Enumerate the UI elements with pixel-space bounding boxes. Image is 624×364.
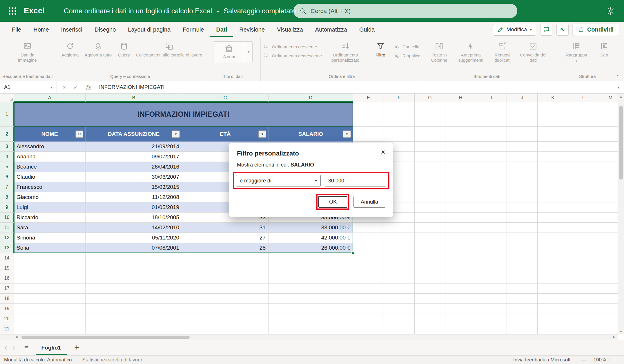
fill-handle[interactable]	[351, 251, 355, 255]
scroll-left-icon[interactable]: ◀	[15, 335, 17, 339]
insert-function-icon[interactable]: fx	[86, 84, 91, 91]
cell-J21[interactable]	[507, 324, 538, 334]
settings-button[interactable]	[605, 5, 616, 17]
next-sheet-icon[interactable]: ›	[12, 344, 15, 352]
cell-C15[interactable]	[182, 263, 269, 273]
row-header-8[interactable]: 8	[0, 192, 14, 202]
cell-I20[interactable]	[476, 314, 507, 324]
cell-L15[interactable]	[568, 263, 599, 273]
cell-H15[interactable]	[445, 263, 476, 273]
cell-G18[interactable]	[415, 294, 445, 304]
cell-G2[interactable]	[415, 127, 445, 142]
cell-F12[interactable]	[384, 233, 415, 243]
cell-B19[interactable]	[86, 304, 182, 314]
feedback-link[interactable]: Invia feedback a Microsoft	[513, 357, 570, 363]
cell-K13[interactable]	[538, 243, 568, 253]
app-launcher-icon[interactable]	[8, 6, 17, 16]
cell-H10[interactable]	[445, 213, 476, 223]
zoom-in-button[interactable]: +	[614, 357, 616, 363]
zoom-level[interactable]: 100%	[594, 357, 606, 363]
cell-A5[interactable]: Beatrice	[14, 162, 86, 172]
cell-A4[interactable]: Arianna	[14, 152, 86, 162]
column-header-J[interactable]: J	[507, 94, 538, 102]
cell-C2[interactable]: ETÀ▾	[182, 127, 269, 142]
cell-E18[interactable]	[353, 294, 384, 304]
cell-F19[interactable]	[384, 304, 415, 314]
column-header-I[interactable]: I	[476, 94, 507, 102]
filter-dropdown-età[interactable]: ▾	[258, 130, 266, 138]
filter-value-input[interactable]	[325, 175, 386, 186]
cell-G17[interactable]	[415, 283, 445, 294]
cell-J2[interactable]	[507, 127, 538, 142]
aggiorna-tutto-button[interactable]: Aggiorna tutto	[84, 40, 112, 58]
cell-B13[interactable]: 07/08/2001	[86, 243, 182, 253]
cell-F15[interactable]	[384, 263, 415, 273]
cell-I6[interactable]	[476, 172, 507, 182]
workbook-stats-button[interactable]: Statistiche cartella di lavoro	[82, 357, 142, 363]
row-header-5[interactable]: 5	[0, 162, 14, 172]
cell-C16[interactable]	[182, 273, 269, 283]
cell-J13[interactable]	[507, 243, 538, 253]
tab-disegno[interactable]: Disegno	[88, 22, 122, 37]
cell-A9[interactable]: Luigi	[14, 202, 86, 213]
column-header-B[interactable]: B	[86, 94, 182, 102]
cell-J9[interactable]	[507, 202, 538, 213]
row-header-9[interactable]: 9	[0, 202, 14, 213]
tab-visualizza[interactable]: Visualizza	[271, 22, 309, 37]
cancel-button[interactable]: Annulla	[353, 196, 385, 208]
tab-layout-di-pagina[interactable]: Layout di pagina	[122, 22, 177, 37]
cell-C18[interactable]	[182, 294, 269, 304]
rimuovi-duplicati-button[interactable]: Rimuovi duplicati	[489, 40, 516, 63]
cell-H19[interactable]	[445, 304, 476, 314]
cell-L7[interactable]	[568, 182, 599, 192]
horizontal-scrollbar[interactable]: ◀ ▶	[0, 334, 618, 340]
cell-F14[interactable]	[384, 253, 415, 263]
cell-A1-table-title[interactable]: INFORMAZIONI IMPIEGATI	[14, 102, 353, 127]
separa-button[interactable]: Sep	[594, 40, 614, 58]
cell-J7[interactable]	[507, 182, 538, 192]
cell-K17[interactable]	[538, 283, 568, 294]
cell-E19[interactable]	[353, 304, 384, 314]
aggiorna-button[interactable]: Aggiorna	[57, 40, 82, 58]
tab-formule[interactable]: Formule	[177, 22, 210, 37]
app-name[interactable]: Excel	[24, 6, 45, 15]
cell-I8[interactable]	[476, 192, 507, 202]
cell-F18[interactable]	[384, 294, 415, 304]
cell-K9[interactable]	[538, 202, 568, 213]
cell-L4[interactable]	[568, 152, 599, 162]
sort-ascending-button[interactable]: AZ Ordinamento crescente	[263, 44, 322, 50]
cell-G19[interactable]	[415, 304, 445, 314]
cell-C11[interactable]: 31	[182, 223, 269, 233]
cell-I18[interactable]	[476, 294, 507, 304]
cell-H7[interactable]	[445, 182, 476, 192]
row-header-17[interactable]: 17	[0, 283, 14, 294]
cell-A3[interactable]: Alessandro	[14, 142, 86, 152]
cell-K14[interactable]	[538, 253, 568, 263]
column-header-H[interactable]: H	[445, 94, 476, 102]
cell-A7[interactable]: Francesco	[14, 182, 86, 192]
cell-K1[interactable]	[538, 102, 568, 127]
vertical-scroll-thumb[interactable]	[619, 106, 623, 180]
cell-B3[interactable]: 21/09/2014	[86, 142, 182, 152]
cell-L17[interactable]	[568, 283, 599, 294]
cell-L2[interactable]	[568, 127, 599, 142]
cell-C19[interactable]	[182, 304, 269, 314]
cell-D16[interactable]	[269, 273, 353, 283]
cell-G1[interactable]	[415, 102, 445, 127]
cell-I19[interactable]	[476, 304, 507, 314]
cell-J8[interactable]	[507, 192, 538, 202]
tab-dati[interactable]: Dati	[210, 22, 233, 37]
cell-J18[interactable]	[507, 294, 538, 304]
cell-I10[interactable]	[476, 213, 507, 223]
cell-G8[interactable]	[415, 192, 445, 202]
azioni-dropdown-button[interactable]: ▾	[245, 42, 252, 62]
select-all-corner[interactable]	[0, 94, 14, 102]
cell-J6[interactable]	[507, 172, 538, 182]
cell-H2[interactable]	[445, 127, 476, 142]
cell-H14[interactable]	[445, 253, 476, 263]
scroll-right-icon[interactable]: ▶	[613, 335, 615, 339]
cell-I7[interactable]	[476, 182, 507, 192]
cell-D13[interactable]: 26.000,00 €	[269, 243, 353, 253]
cell-H5[interactable]	[445, 162, 476, 172]
cell-J5[interactable]	[507, 162, 538, 172]
